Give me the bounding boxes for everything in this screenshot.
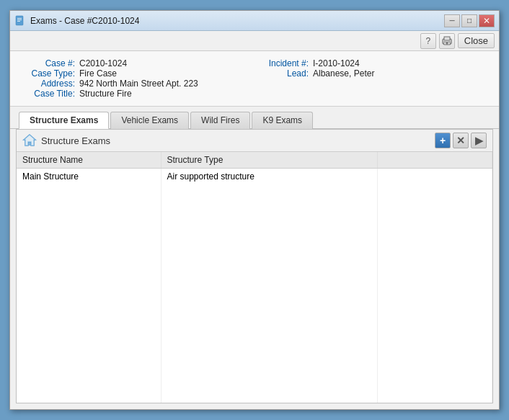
lead-row: Lead: Albanese, Peter <box>258 68 484 79</box>
table-row[interactable]: Main StructureAir supported structure <box>17 169 492 403</box>
add-button[interactable]: + <box>435 133 451 148</box>
content-header-title: Structure Exams <box>41 135 110 146</box>
content-header: Structure Exams + ✕ ▶ <box>17 130 492 152</box>
svg-rect-0 <box>16 16 23 25</box>
tab-k9-exams-label: K9 Exams <box>262 115 302 125</box>
title-buttons: ─ □ ✕ <box>444 14 495 27</box>
tab-wild-fires[interactable]: Wild Fires <box>190 112 250 129</box>
tab-vehicle-exams-label: Vehicle Exams <box>121 115 178 125</box>
cell-structure-name: Main Structure <box>17 169 161 403</box>
main-window: Exams - Case #C2010-1024 ─ □ ✕ ? <box>9 10 500 410</box>
tab-structure-exams[interactable]: Structure Exams <box>19 112 109 129</box>
info-section: Case #: C2010-1024 Case Type: Fire Case … <box>10 51 499 107</box>
column-header-extra <box>377 152 492 169</box>
incident-number-label: Incident #: <box>258 58 309 68</box>
print-button[interactable] <box>439 33 455 49</box>
delete-button[interactable]: ✕ <box>453 133 469 148</box>
content-area: Structure Exams + ✕ ▶ Structure Name <box>16 129 493 403</box>
maximize-button[interactable]: □ <box>461 14 477 27</box>
help-button[interactable]: ? <box>420 33 436 49</box>
case-number-label: Case #: <box>25 58 75 68</box>
case-number-value: C2010-1024 <box>79 58 127 68</box>
window-title: Exams - Case #C2010-1024 <box>30 16 139 26</box>
tabs-container: Structure Exams Vehicle Exams Wild Fires… <box>10 107 499 129</box>
navigate-button[interactable]: ▶ <box>471 133 487 148</box>
maximize-icon: □ <box>467 17 472 24</box>
svg-rect-5 <box>444 37 450 40</box>
minimize-button[interactable]: ─ <box>444 14 460 27</box>
add-icon: + <box>440 135 446 146</box>
column-header-type: Structure Type <box>161 152 377 169</box>
cell-extra <box>377 169 492 403</box>
cell-structure-type: Air supported structure <box>161 169 377 403</box>
app-icon <box>14 15 26 27</box>
toolbar: ? Close <box>10 31 499 51</box>
svg-rect-3 <box>17 21 20 22</box>
case-number-row: Case #: C2010-1024 <box>25 58 251 68</box>
close-label-button[interactable]: Close <box>458 33 495 48</box>
help-icon: ? <box>425 36 430 46</box>
info-grid: Case #: C2010-1024 Case Type: Fire Case … <box>25 58 484 99</box>
window-close-button[interactable]: ✕ <box>479 14 495 27</box>
case-title-value: Structure Fire <box>79 89 132 99</box>
tab-structure-exams-label: Structure Exams <box>30 115 98 125</box>
column-header-name: Structure Name <box>17 152 161 169</box>
info-right-col: Incident #: I-2010-1024 Lead: Albanese, … <box>258 58 484 99</box>
minimize-icon: ─ <box>449 17 454 24</box>
svg-rect-2 <box>17 19 22 20</box>
structure-table: Structure Name Structure Type Main Struc… <box>17 152 492 403</box>
navigate-icon: ▶ <box>475 135 483 146</box>
print-icon <box>442 36 452 46</box>
structure-icon <box>22 133 37 148</box>
address-row: Address: 942 North Main Street Apt. 223 <box>25 79 251 89</box>
tab-wild-fires-label: Wild Fires <box>201 115 239 125</box>
content-header-left: Structure Exams <box>22 133 110 148</box>
address-value: 942 North Main Street Apt. 223 <box>79 79 198 89</box>
case-title-row: Case Title: Structure Fire <box>25 89 251 99</box>
title-bar-left: Exams - Case #C2010-1024 <box>14 15 139 27</box>
case-type-label: Case Type: <box>25 68 75 79</box>
case-type-value: Fire Case <box>79 68 117 79</box>
window-close-icon: ✕ <box>483 16 490 26</box>
svg-rect-8 <box>446 43 448 44</box>
incident-number-row: Incident #: I-2010-1024 <box>258 58 484 68</box>
svg-rect-7 <box>446 43 448 43</box>
table-header-row: Structure Name Structure Type <box>17 152 492 169</box>
lead-value: Albanese, Peter <box>313 68 374 79</box>
address-label: Address: <box>25 79 75 89</box>
incident-number-value: I-2010-1024 <box>313 58 360 68</box>
title-bar: Exams - Case #C2010-1024 ─ □ ✕ <box>10 11 499 31</box>
case-title-label: Case Title: <box>25 89 75 99</box>
content-header-right: + ✕ ▶ <box>435 133 487 148</box>
svg-rect-1 <box>17 18 22 19</box>
info-left-col: Case #: C2010-1024 Case Type: Fire Case … <box>25 58 251 99</box>
tab-k9-exams[interactable]: K9 Exams <box>252 112 313 129</box>
lead-label: Lead: <box>258 68 309 79</box>
case-type-row: Case Type: Fire Case <box>25 68 251 79</box>
svg-rect-11 <box>29 143 31 146</box>
house-icon <box>22 133 37 148</box>
tab-vehicle-exams[interactable]: Vehicle Exams <box>110 112 189 129</box>
delete-icon: ✕ <box>456 135 465 146</box>
